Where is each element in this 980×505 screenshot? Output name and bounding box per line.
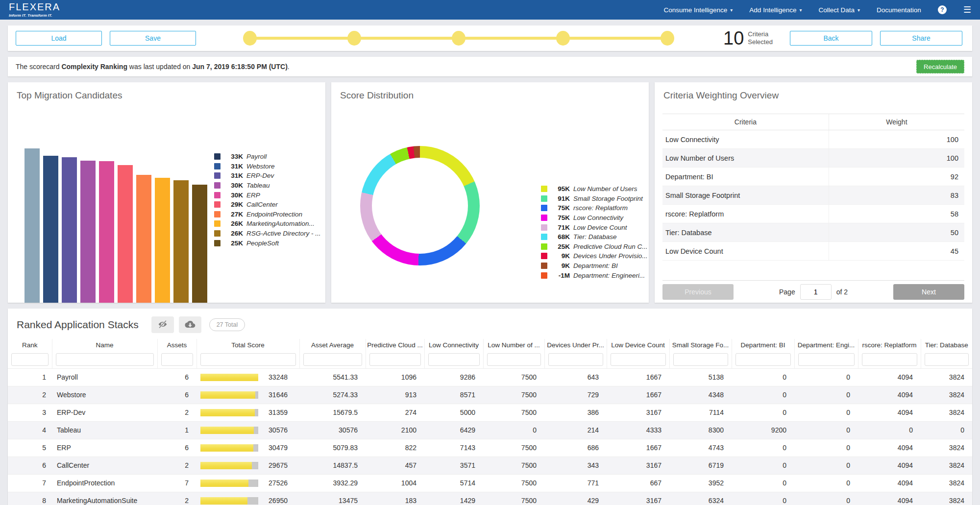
filter-input-tier-database[interactable] bbox=[925, 353, 969, 366]
nav-item-consume-intelligence[interactable]: Consume Intelligence▾ bbox=[664, 6, 733, 14]
filter-input-total-score[interactable] bbox=[200, 353, 296, 366]
column-header-low-number-of[interactable]: Low Number of ... bbox=[483, 339, 544, 351]
next-page-button[interactable]: Next bbox=[893, 284, 964, 300]
table-row-erp[interactable]: 5ERP6304795079.8382271437500686166747430… bbox=[8, 439, 972, 457]
cell-value: 4094 bbox=[858, 457, 921, 474]
migration-bar-payroll[interactable] bbox=[24, 148, 40, 303]
criteria-stepper[interactable] bbox=[243, 31, 674, 46]
filter-input-low-number-of[interactable] bbox=[487, 353, 541, 366]
score-donut-chart[interactable] bbox=[360, 146, 480, 265]
migration-legend-item-tableau[interactable]: 30KTableau bbox=[214, 181, 321, 191]
table-row-callcenter[interactable]: 6CallCenter22967514837.54573571750034331… bbox=[8, 457, 972, 474]
filter-input-asset-average[interactable] bbox=[303, 353, 362, 366]
filter-input-rank[interactable] bbox=[11, 353, 49, 366]
page-number-input[interactable] bbox=[800, 284, 832, 300]
table-row-webstore[interactable]: 2Webstore6316465274.33913857175007291667… bbox=[8, 386, 972, 404]
column-header-department-engi[interactable]: Department: Engi... bbox=[794, 339, 858, 351]
migration-legend-item-erp[interactable]: 30KERP bbox=[214, 190, 321, 200]
stepper-dot-3[interactable] bbox=[452, 31, 466, 46]
column-header-department-bi[interactable]: Department: BI bbox=[732, 339, 794, 351]
column-header-asset-average[interactable]: Asset Average bbox=[299, 339, 366, 351]
column-header-tier-database[interactable]: Tier: Database bbox=[921, 339, 972, 351]
score-legend-item-small-storage-footprint[interactable]: 91KSmall Storage Footprint bbox=[541, 194, 648, 204]
filter-input-department-bi[interactable] bbox=[735, 353, 791, 366]
share-button[interactable]: Share bbox=[880, 31, 962, 46]
migration-legend-item-marketingautomation[interactable]: 26KMarketingAutomation... bbox=[214, 219, 321, 229]
table-row-payroll[interactable]: 1Payroll6332485541.331096928675006431667… bbox=[8, 368, 972, 386]
migration-legend-item-payroll[interactable]: 33KPayroll bbox=[214, 152, 321, 162]
score-legend-item-tier-database[interactable]: 68KTier: Database bbox=[541, 232, 648, 242]
filter-input-rscore-replatform[interactable] bbox=[862, 353, 917, 366]
migration-legend-item-callcenter[interactable]: 29KCallCenter bbox=[214, 200, 321, 210]
nav-item-collect-data[interactable]: Collect Data▾ bbox=[818, 6, 860, 14]
score-legend-item-low-connectivity[interactable]: 75KLow Connectivity bbox=[541, 213, 648, 223]
migration-legend-item-endpointprotection[interactable]: 27KEndpointProtection bbox=[214, 210, 321, 219]
score-legend-item-low-number-of-users[interactable]: 95KLow Number of Users bbox=[541, 184, 648, 194]
migration-bar-marketingautomation[interactable] bbox=[155, 178, 170, 303]
migration-bar-peoplesoft[interactable] bbox=[192, 185, 207, 303]
migration-bar-rsg-active-directory[interactable] bbox=[173, 180, 189, 303]
migration-bar-endpointprotection[interactable] bbox=[136, 175, 151, 303]
filter-input-name[interactable] bbox=[56, 353, 154, 366]
migration-legend-item-peoplesoft[interactable]: 25KPeopleSoft bbox=[214, 238, 321, 248]
table-row-erp-dev[interactable]: 3ERP-Dev23135915679.52745000750038631677… bbox=[8, 404, 972, 421]
download-button[interactable] bbox=[179, 316, 201, 333]
save-button[interactable]: Save bbox=[110, 31, 196, 46]
score-legend-item-department-engineeri[interactable]: -1MDepartment: Engineeri... bbox=[541, 270, 648, 280]
nav-item-add-intelligence[interactable]: Add Intelligence▾ bbox=[749, 6, 802, 14]
migration-bar-tableau[interactable] bbox=[80, 161, 96, 303]
help-icon[interactable]: ? bbox=[938, 5, 947, 14]
cell-total-score: 26950 bbox=[196, 492, 299, 505]
cell-name: Payroll bbox=[52, 368, 157, 386]
column-header-rscore-replatform[interactable]: rscore: Replatform bbox=[858, 339, 921, 351]
legend-label: Webstore bbox=[246, 163, 275, 170]
table-row-endpointprotection[interactable]: 7EndpointProtection7275263932.2910045714… bbox=[8, 474, 972, 492]
filter-input-department-engi[interactable] bbox=[798, 353, 855, 366]
filter-input-low-device-count[interactable] bbox=[611, 353, 666, 366]
column-header-rank[interactable]: Rank bbox=[8, 339, 52, 351]
hamburger-menu-icon[interactable]: ☰ bbox=[963, 5, 971, 14]
column-header-name[interactable]: Name bbox=[52, 339, 157, 351]
stepper-dot-1[interactable] bbox=[243, 31, 257, 46]
flexera-logo[interactable]: FLEXERA Inform IT. Transform IT. bbox=[9, 2, 60, 18]
column-header-low-connectivity[interactable]: Low Connectivity bbox=[424, 339, 483, 351]
migration-legend-item-erp-dev[interactable]: 31KERP-Dev bbox=[214, 171, 321, 181]
migration-bar-erp[interactable] bbox=[99, 161, 114, 303]
migration-legend-item-webstore[interactable]: 31KWebstore bbox=[214, 162, 321, 171]
filter-input-predictive-cloud[interactable] bbox=[369, 353, 421, 366]
column-header-small-storage-fo[interactable]: Small Storage Fo... bbox=[669, 339, 732, 351]
toggle-visibility-button[interactable] bbox=[151, 316, 174, 333]
score-legend-item-devices-under-provisio[interactable]: 9KDevices Under Provisio... bbox=[541, 251, 648, 261]
back-button[interactable]: Back bbox=[790, 31, 872, 46]
load-button[interactable]: Load bbox=[16, 31, 102, 46]
migration-bar-callcenter[interactable] bbox=[118, 165, 133, 303]
column-header-assets[interactable]: Assets bbox=[157, 339, 196, 351]
stepper-dot-4[interactable] bbox=[556, 31, 570, 46]
column-header-low-device-count[interactable]: Low Device Count bbox=[607, 339, 669, 351]
table-row-marketingautomationsuite[interactable]: 8MarketingAutomationSuite226950134751831… bbox=[8, 492, 972, 505]
stepper-dot-2[interactable] bbox=[347, 31, 361, 46]
stepper-dot-5[interactable] bbox=[661, 31, 674, 46]
column-header-predictive-cloud[interactable]: Predictive Cloud ... bbox=[366, 339, 424, 351]
score-legend-item-predictive-cloud-run-c[interactable]: 25KPredictive Cloud Run C... bbox=[541, 242, 648, 252]
ranked-table-header-row: RankNameAssetsTotal ScoreAsset AveragePr… bbox=[8, 339, 972, 351]
score-legend-item-department-bi[interactable]: 9KDepartment: BI bbox=[541, 261, 648, 271]
previous-page-button[interactable]: Previous bbox=[662, 284, 734, 300]
nav-item-documentation[interactable]: Documentation bbox=[877, 6, 921, 14]
filter-input-small-storage-fo[interactable] bbox=[673, 353, 728, 366]
score-legend-item-rscore-replatform[interactable]: 75Krscore: Replatform bbox=[541, 203, 648, 213]
score-legend-item-low-device-count[interactable]: 71KLow Device Count bbox=[541, 222, 648, 232]
filter-input-low-connectivity[interactable] bbox=[428, 353, 480, 366]
filter-input-devices-under-pr[interactable] bbox=[548, 353, 603, 366]
table-row-tableau[interactable]: 4Tableau13057630576210064290214433383009… bbox=[8, 421, 972, 439]
filter-input-assets[interactable] bbox=[161, 353, 193, 366]
migration-legend-item-rsg-active-directory[interactable]: 26KRSG-Active Directory - ... bbox=[214, 229, 321, 239]
migration-bar-webstore[interactable] bbox=[43, 156, 58, 303]
criteria-weight: 83 bbox=[829, 186, 964, 204]
legend-label: Predictive Cloud Run C... bbox=[573, 243, 648, 250]
recalculate-button[interactable]: Recalculate bbox=[916, 60, 964, 73]
migration-bar-erp-dev[interactable] bbox=[62, 157, 77, 303]
weights-col-weight: Weight bbox=[829, 114, 964, 130]
column-header-devices-under-pr[interactable]: Devices Under Pr... bbox=[544, 339, 607, 351]
column-header-total-score[interactable]: Total Score bbox=[196, 339, 299, 351]
